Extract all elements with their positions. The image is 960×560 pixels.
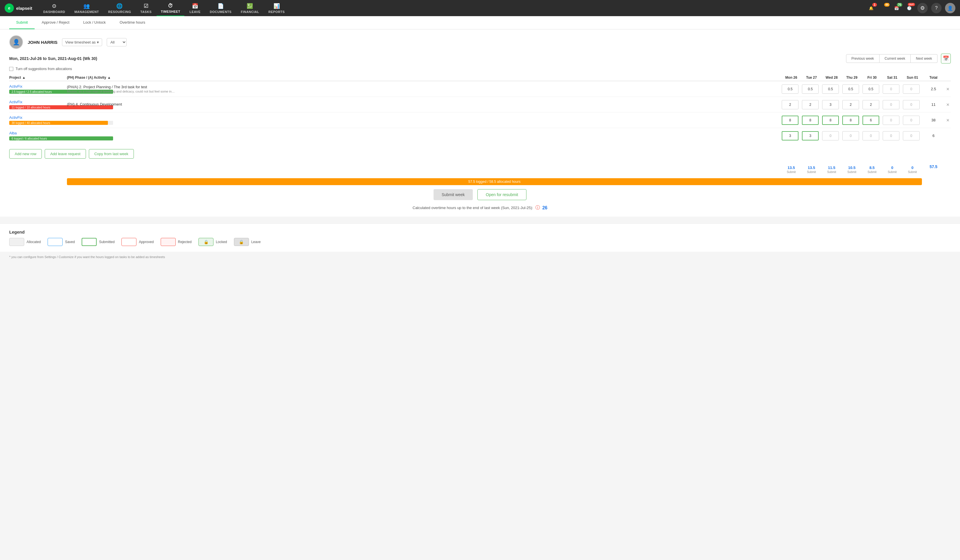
help-button[interactable]: ? — [931, 3, 942, 13]
project-cell-1: ActivFix 2.5 logged / 2.5 allocated hour… — [9, 84, 67, 94]
hour-input-1-fri[interactable] — [862, 85, 879, 94]
hour-input-4-wed[interactable] — [822, 131, 839, 140]
nav-resourcing[interactable]: 🌐 RESOURCING — [104, 1, 135, 15]
add-leave-request-button[interactable]: Add leave request — [45, 149, 86, 159]
calendar-badge[interactable]: 📅 76 — [892, 3, 901, 13]
nav-reports[interactable]: 📊 REPORTS — [264, 1, 289, 15]
day-header-fri: Fri 30 — [862, 75, 882, 80]
legend-box-submitted — [82, 238, 97, 246]
logo[interactable]: e elapseit — [5, 3, 32, 13]
prev-week-button[interactable]: Previous week — [846, 54, 880, 63]
legend-section: Legend Allocated Saved Submitted Approve… — [0, 223, 960, 252]
bell-icon: 🔔 — [869, 6, 874, 10]
legend-label-rejected: Rejected — [178, 240, 192, 244]
hour-input-3-tue[interactable] — [802, 116, 819, 125]
table-row: ActivFix 38 logged / 40 allocated hours … — [9, 112, 951, 128]
hour-input-1-sun[interactable] — [903, 85, 920, 94]
user-avatar-nav[interactable]: 👤 — [945, 3, 955, 13]
hour-input-3-sat[interactable] — [883, 116, 899, 125]
calendar-picker-button[interactable]: 📅 — [941, 54, 951, 64]
delete-cell-1[interactable]: ✕ — [945, 87, 951, 91]
hour-input-4-tue[interactable] — [802, 131, 819, 140]
nav-timesheet[interactable]: ⏱ TIMESHEET — [157, 1, 184, 15]
hours-cells-2 — [782, 100, 922, 109]
days-header: Mon 26 Tue 27 Wed 28 Thu 29 Fri 30 Sat 3… — [782, 75, 922, 80]
nav-management[interactable]: 👥 MANAGEMENT — [70, 1, 103, 15]
add-new-row-button[interactable]: Add new row — [9, 149, 42, 159]
activity-desc-1: Miusov, as a man man of breeding and del… — [67, 90, 176, 93]
table-header-row: Project ▲ (PH) Phase / (A) Activity ▲ Mo… — [9, 75, 951, 81]
delete-row-2-icon[interactable]: ✕ — [946, 102, 950, 107]
bell-badge[interactable]: 🔔 1 — [867, 3, 876, 13]
hour-input-3-mon[interactable] — [782, 116, 798, 125]
hour-input-4-thu[interactable] — [842, 131, 859, 140]
legend-label-saved: Saved — [65, 240, 75, 244]
suggestion-checkbox[interactable] — [9, 67, 13, 71]
hour-input-1-wed[interactable] — [822, 85, 839, 94]
nav-financial[interactable]: 💹 FINANCIAL — [237, 1, 263, 15]
legend-locked: 🔒 Locked — [198, 238, 227, 246]
nav-documents[interactable]: 📄 DOCUMENTS — [206, 1, 235, 15]
totals-sum-section: 13.5 13.5 11.5 10.5 8.5 0 0 Submit Submi… — [9, 164, 951, 174]
submit-week-button[interactable]: Submit week — [434, 189, 473, 200]
view-timesheet-dropdown[interactable]: View timesheet as ▾ — [62, 38, 102, 46]
hour-input-3-wed[interactable] — [822, 116, 839, 125]
project-name-3[interactable]: ActivFix — [9, 115, 64, 120]
timesheet-icon: ⏱ — [168, 3, 173, 9]
hour-input-4-fri[interactable] — [862, 131, 879, 140]
delete-row-3-icon[interactable]: ✕ — [946, 118, 950, 123]
hour-input-1-tue[interactable] — [802, 85, 819, 94]
hour-input-1-sat[interactable] — [883, 85, 899, 94]
hour-input-1-mon[interactable] — [782, 85, 798, 94]
hour-input-4-sun[interactable] — [903, 131, 920, 140]
nav-right: 🔔 1 ⏱ 44 📅 76 🕐 OUT ⚙ ? 👤 — [867, 3, 955, 13]
project-name-1[interactable]: ActivFix — [9, 84, 64, 89]
nav-dashboard[interactable]: ⊙ DASHBOARD — [39, 1, 69, 15]
clock-icon: 🕐 — [907, 6, 912, 10]
day-header-thu: Thu 29 — [842, 75, 861, 80]
day-header-tue: Tue 27 — [802, 75, 821, 80]
sort-icon-activity[interactable]: ▲ — [107, 75, 111, 80]
tab-lock-unlock[interactable]: Lock / Unlock — [77, 16, 113, 29]
hour-input-2-tue[interactable] — [802, 100, 819, 109]
hour-input-2-sat[interactable] — [883, 100, 899, 109]
hour-input-2-mon[interactable] — [782, 100, 798, 109]
next-week-button[interactable]: Next week — [911, 54, 938, 63]
hour-input-2-wed[interactable] — [822, 100, 839, 109]
legend-box-allocated — [9, 238, 24, 246]
hour-input-4-mon[interactable] — [782, 131, 798, 140]
delete-cell-2[interactable]: ✕ — [945, 102, 951, 107]
hour-input-2-fri[interactable] — [862, 100, 879, 109]
nav-leave[interactable]: 📅 LEAVE — [186, 1, 205, 15]
hour-input-2-thu[interactable] — [842, 100, 859, 109]
sort-icon-project[interactable]: ▲ — [22, 75, 26, 80]
copy-from-last-week-button[interactable]: Copy from last week — [89, 149, 134, 159]
overtime-row: Calculated overtime hours up to the end … — [9, 205, 951, 211]
delete-cell-3[interactable]: ✕ — [945, 118, 951, 123]
tab-approve-reject[interactable]: Approve / Reject — [35, 16, 76, 29]
project-name-4[interactable]: Alba — [9, 131, 64, 135]
bell-count: 1 — [872, 3, 877, 6]
project-name-2[interactable]: ActivFix — [9, 100, 64, 104]
activity-cell-2: (PH) 4. Continuous Development — [67, 102, 782, 107]
sum-label-sat: Submit — [883, 171, 902, 174]
open-for-resubmit-button[interactable]: Open for resubmit — [477, 189, 526, 200]
hour-input-3-fri[interactable] — [862, 116, 879, 125]
hour-input-3-sun[interactable] — [903, 116, 920, 125]
hour-input-2-sun[interactable] — [903, 100, 920, 109]
current-week-button[interactable]: Current week — [880, 54, 911, 63]
settings-button[interactable]: ⚙ — [917, 3, 928, 13]
hour-input-4-sat[interactable] — [883, 131, 899, 140]
tab-overtime-hours[interactable]: Overtime hours — [113, 16, 152, 29]
clock-badge[interactable]: 🕐 OUT — [905, 3, 914, 13]
action-buttons: Add new row Add leave request Copy from … — [9, 149, 951, 159]
overtime-info-icon[interactable]: ⓘ — [535, 205, 540, 211]
nav-tasks[interactable]: ☑ TASKS — [136, 1, 156, 15]
hour-input-1-thu[interactable] — [842, 85, 859, 94]
delete-row-1-icon[interactable]: ✕ — [946, 87, 950, 91]
tab-submit[interactable]: Submit — [9, 16, 35, 29]
all-select[interactable]: All — [107, 38, 126, 46]
hour-input-3-thu[interactable] — [842, 116, 859, 125]
total-progress-bar: 57.5 logged / 58.5 allocated hours — [67, 178, 922, 185]
timer-badge[interactable]: ⏱ 44 — [879, 3, 888, 13]
